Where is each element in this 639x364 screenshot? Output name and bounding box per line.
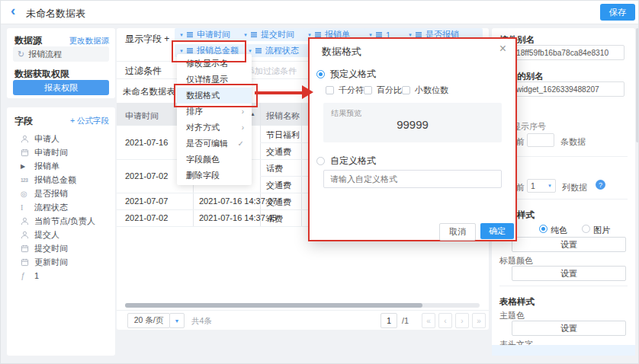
freeze-suffix: 列数据	[562, 182, 587, 193]
submenu-arrow-icon: ›	[242, 120, 244, 136]
confirm-button[interactable]: 确定	[480, 223, 514, 239]
field-label: 报销单	[34, 161, 59, 172]
datasource-item-label: 报销流程	[28, 49, 62, 60]
menu-item-delete[interactable]: 删除字段	[177, 168, 252, 184]
table-cell: 2021-07-07	[125, 196, 168, 206]
radio-icon: ◎	[21, 190, 34, 198]
change-datasource-link[interactable]: 更改数据源	[51, 36, 109, 46]
field-item[interactable]: ƒ 1	[21, 269, 114, 283]
menu-item-editable[interactable]: 是否可编辑✓	[177, 136, 252, 152]
calendar-icon	[21, 244, 34, 253]
theme-color-label: 主题色	[499, 310, 525, 321]
field-item[interactable]: ◎ 是否报销	[21, 187, 114, 200]
number-icon: 123	[21, 177, 34, 183]
pager-last-button[interactable]: »	[472, 313, 486, 328]
field-label: 更新时间	[34, 257, 68, 268]
cancel-button[interactable]: 取消	[439, 223, 476, 241]
theme-color-setting-button[interactable]: 设置	[512, 321, 626, 336]
widget-alias-input[interactable]	[512, 45, 625, 60]
datasource-title: 数据源	[14, 34, 42, 47]
column-header[interactable]: 报销名称	[266, 110, 300, 122]
field-label: 1	[34, 271, 39, 280]
report-permission-button[interactable]: 报表权限	[13, 80, 109, 95]
permission-title: 数据获取权限	[14, 68, 69, 81]
bg-image-radio[interactable]	[582, 225, 590, 233]
chevron-down-icon: ▼	[307, 33, 312, 37]
chevron-down-icon: ▼	[243, 33, 248, 37]
field-item[interactable]: 申请人	[21, 132, 114, 145]
field-item[interactable]: 申请时间	[21, 145, 114, 159]
pager-first-button[interactable]: «	[422, 313, 435, 328]
preview-value: 99999	[323, 118, 502, 131]
back-icon[interactable]: ‹	[11, 2, 15, 19]
thousands-checkbox[interactable]: 千分符	[326, 85, 364, 96]
field-item[interactable]: ▶ 报销单	[21, 159, 114, 173]
table-cell: 2021-07-16 14:37:45	[199, 213, 277, 222]
report-alias-input[interactable]	[512, 81, 625, 97]
menu-item-detail-only[interactable]: 仅详情显示	[177, 72, 252, 88]
list-icon	[187, 32, 193, 33]
bg-setting-button[interactable]: 设置	[512, 237, 626, 252]
menu-item-label: 数据格式	[186, 88, 220, 104]
field-item[interactable]: 123 报销总金额	[21, 173, 114, 187]
chip-label: 申请时间	[197, 29, 230, 40]
datasource-item[interactable]: ↻ 报销流程	[13, 46, 109, 62]
pager-prev-button[interactable]: ‹	[438, 313, 452, 328]
pager-next-button[interactable]: ›	[455, 313, 469, 328]
bg-image-label: 图片	[593, 225, 610, 236]
freeze-count-select[interactable]: 1 ▼	[527, 179, 556, 193]
menu-item-rename[interactable]: 修改显示名	[177, 56, 252, 72]
table-cell: 交通费	[266, 180, 291, 191]
field-item[interactable]: 更新时间	[21, 255, 114, 269]
table-title: 未命名数据表	[123, 86, 175, 97]
field-label: 是否报销	[34, 188, 68, 200]
decimal-checkbox[interactable]: 小数位数	[402, 85, 448, 96]
save-button[interactable]: 保存	[600, 4, 635, 21]
page-number-value: 1	[387, 316, 391, 325]
field-chip[interactable]: ▼流程状态	[243, 44, 310, 57]
field-chip[interactable]: ▼提交时间	[239, 28, 309, 41]
table-cell: 话费	[266, 213, 283, 225]
divider	[499, 156, 628, 157]
percent-checkbox[interactable]: 百分比	[364, 85, 402, 96]
divider	[499, 286, 628, 286]
list-icon	[416, 32, 422, 33]
field-label: 提交时间	[34, 243, 68, 254]
filter-placeholder[interactable]: 添加过滤条件	[246, 65, 297, 77]
menu-item-field-color[interactable]: 字段颜色	[177, 152, 252, 168]
title-color-setting-button[interactable]: 设置	[512, 266, 626, 281]
show-first-input[interactable]	[527, 133, 554, 147]
title-color-label: 标题颜色	[499, 255, 533, 267]
column-header[interactable]: 申请时间	[125, 110, 159, 122]
field-chip[interactable]: ▼申请时间	[175, 28, 245, 41]
setting-label: 设置	[560, 323, 577, 334]
field-item[interactable]: 提交时间	[21, 241, 114, 255]
predefined-format-option[interactable]: 预定义格式	[316, 68, 376, 81]
menu-item-label: 是否可编辑	[186, 136, 228, 152]
close-icon[interactable]: ×	[499, 42, 506, 56]
field-item[interactable]: 当前节点/负责人	[21, 214, 114, 228]
help-icon[interactable]: ?	[596, 180, 605, 190]
field-item[interactable]: 提交人	[21, 228, 114, 241]
page-title: 未命名数据表	[26, 7, 85, 21]
page-size-caret[interactable]: ▼	[169, 313, 185, 328]
table-cell: 节日福利	[266, 129, 300, 141]
menu-item-align[interactable]: 对齐方式›	[177, 120, 252, 136]
custom-format-option[interactable]: 自定义格式	[316, 155, 376, 168]
page-size-select[interactable]: 20 条/页	[127, 313, 170, 328]
menu-item-sort[interactable]: 排序›	[177, 104, 252, 120]
add-formula-field-link[interactable]: + 公式字段	[48, 116, 109, 126]
chip-label: 流程状态	[265, 45, 299, 56]
column-divider	[260, 103, 261, 226]
hscrollbar-thumb[interactable]	[125, 303, 422, 308]
table-cell: 交通费	[266, 146, 291, 158]
custom-format-input[interactable]	[323, 170, 502, 188]
list-icon	[315, 32, 321, 33]
field-item[interactable]: I 流程状态	[21, 200, 114, 214]
vscrollbar-thumb[interactable]	[636, 28, 639, 142]
bg-solid-radio[interactable]	[539, 225, 547, 233]
pager-prev-icon: ‹	[444, 317, 446, 325]
page-number-input[interactable]: 1	[381, 313, 397, 328]
menu-item-data-format[interactable]: 数据格式	[177, 88, 252, 104]
checkbox-icon	[326, 86, 334, 94]
